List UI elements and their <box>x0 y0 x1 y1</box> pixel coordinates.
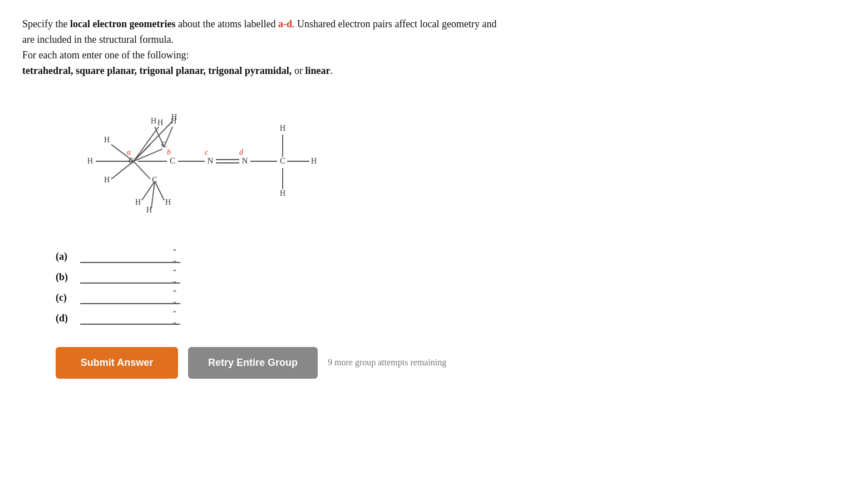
svg-line-15 <box>155 181 164 200</box>
svg-text:C: C <box>129 156 134 165</box>
svg-line-23 <box>164 127 172 147</box>
svg-text:d: d <box>239 148 244 156</box>
svg-text:H: H <box>104 136 110 144</box>
svg-text:H: H <box>165 198 171 206</box>
bold-local-electron-geometries: local electron geometries <box>70 18 176 29</box>
svg-text:H: H <box>104 176 110 184</box>
svg-text:N: N <box>242 156 248 165</box>
svg-text:H: H <box>311 157 317 165</box>
svg-text:N: N <box>208 156 214 165</box>
select-wrapper-b[interactable]: tetrahedral square planar trigonal plana… <box>80 271 180 284</box>
select-wrapper-d[interactable]: tetrahedral square planar trigonal plana… <box>80 312 180 325</box>
svg-text:H: H <box>280 124 285 132</box>
svg-text:H: H <box>280 189 285 197</box>
buttons-row: Submit Answer Retry Entire Group 9 more … <box>56 347 846 379</box>
svg-text:H: H <box>87 157 93 165</box>
answer-row-c: (c) tetrahedral square planar trigonal p… <box>56 291 846 304</box>
svg-line-11 <box>134 161 150 179</box>
svg-text:H: H <box>151 117 156 125</box>
answer-row-d: (d) tetrahedral square planar trigonal p… <box>56 312 846 325</box>
select-wrapper-a[interactable]: tetrahedral square planar trigonal plana… <box>80 250 180 263</box>
select-a[interactable]: tetrahedral square planar trigonal plana… <box>80 250 180 263</box>
line2: are included in the structural formula. <box>22 32 690 48</box>
label-b: (b) <box>56 271 80 283</box>
question-text: Specify the local electron geometries ab… <box>22 17 690 79</box>
answer-row-a: (a) tetrahedral square planar trigonal p… <box>56 250 846 263</box>
submit-button[interactable]: Submit Answer <box>56 347 178 379</box>
svg-line-21 <box>155 127 164 147</box>
line3: For each atom enter one of the following… <box>22 48 690 63</box>
retry-button[interactable]: Retry Entire Group <box>188 347 318 379</box>
svg-text:b: b <box>167 148 171 156</box>
svg-text:c: c <box>205 148 209 156</box>
molecule-svg: H H H H H C H H H C H H a <box>56 89 345 234</box>
atoms-label: a-d <box>278 18 292 29</box>
svg-text:H: H <box>171 117 176 125</box>
select-b[interactable]: tetrahedral square planar trigonal plana… <box>80 271 180 284</box>
select-d[interactable]: tetrahedral square planar trigonal plana… <box>80 312 180 325</box>
label-c: (c) <box>56 292 80 304</box>
attempts-text: 9 more group attempts remaining <box>328 358 446 368</box>
label-d: (d) <box>56 313 80 324</box>
svg-text:a: a <box>127 148 131 156</box>
line4: tetrahedral, square planar, trigonal pla… <box>22 63 690 79</box>
answers-section: (a) tetrahedral square planar trigonal p… <box>56 250 846 325</box>
label-a: (a) <box>56 251 80 262</box>
svg-line-4 <box>134 145 150 161</box>
svg-text:H: H <box>157 118 163 127</box>
svg-text:C: C <box>170 156 175 165</box>
svg-text:C: C <box>280 156 285 165</box>
select-wrapper-c[interactable]: tetrahedral square planar trigonal plana… <box>80 291 180 304</box>
select-c[interactable]: tetrahedral square planar trigonal plana… <box>80 291 180 304</box>
answer-row-b: (b) tetrahedral square planar trigonal p… <box>56 271 846 284</box>
molecule-diagram: H H H H H C H H H C H H a <box>56 89 345 234</box>
svg-text:H: H <box>135 198 141 206</box>
